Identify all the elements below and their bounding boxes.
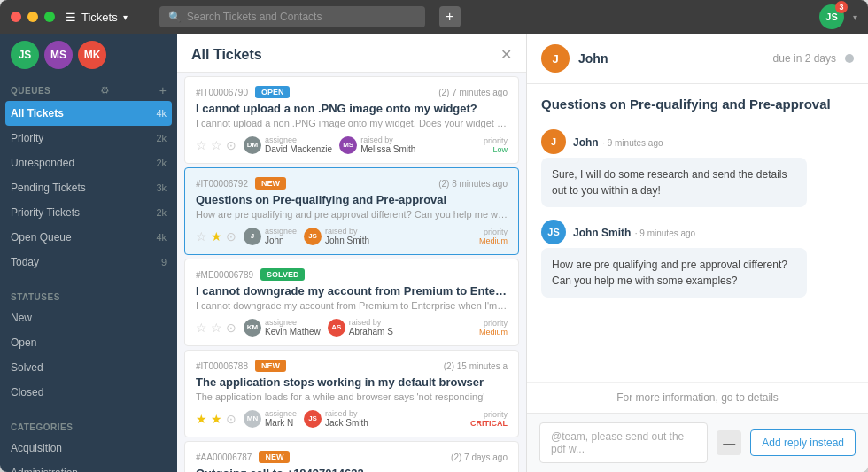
assignee-name: Mark N	[265, 418, 297, 428]
raised-group: JS raised by John Smith	[304, 227, 369, 245]
category-acquisition[interactable]: Acquisition	[0, 436, 177, 460]
ticket-meta: ☆ ☆ ⊙ DM assignee David Mackenzie	[196, 135, 508, 154]
priority-label: Priority	[11, 132, 43, 144]
priority-value: Medium	[479, 328, 508, 337]
user-avatar[interactable]: JS 3	[819, 4, 844, 29]
priority-group: priority Low	[484, 136, 508, 154]
more-icon[interactable]: ⊙	[226, 229, 236, 244]
detail-header: J John due in 2 days	[527, 34, 868, 84]
sidebar-item-new[interactable]: New	[0, 306, 177, 330]
category-administration[interactable]: Administration	[0, 460, 177, 472]
table-row[interactable]: #AA00006787 NEW (2) 7 days ago Outgoing …	[184, 441, 519, 472]
ticket-list-header: All Tickets ✕	[177, 34, 526, 73]
chat-message-meta: J John · 9 minutes ago	[541, 129, 854, 154]
ticket-time: (2) 15 minutes a	[444, 361, 508, 371]
table-row[interactable]: #ME00006789 SOLVED I cannot downgrade my…	[184, 259, 519, 346]
search-bar[interactable]: 🔍	[159, 6, 425, 27]
sidebar-item-today[interactable]: Today 9	[0, 250, 177, 275]
star-icon[interactable]: ☆	[196, 321, 207, 335]
assignee-info: assignee Kevin Mathew	[265, 318, 321, 337]
star-icon[interactable]: ☆	[196, 229, 207, 244]
assignee-info: assignee David Mackenzie	[265, 135, 332, 154]
ticket-item-top: #IT00006792 NEW (2) 8 minutes ago	[196, 177, 508, 190]
sidebar-item-unresponded[interactable]: Unresponded 2k	[0, 151, 177, 175]
assignee-info: assignee John	[265, 227, 297, 245]
chat-sender-info: John Smith · 9 minutes ago	[573, 224, 695, 240]
queues-settings-icon[interactable]: ⚙	[100, 84, 110, 97]
ticket-id: #AA00006787	[196, 453, 252, 462]
ticket-preview: How are pre qualifying and pre approval …	[196, 209, 508, 220]
sidebar-item-all-tickets[interactable]: All Tickets 4k	[5, 101, 172, 126]
ticket-title: The application stops working in my defa…	[196, 375, 508, 389]
avatar-mk: MK	[78, 41, 106, 69]
assignee-label: assignee	[265, 318, 321, 327]
ticket-status-badge: SOLVED	[260, 268, 305, 281]
sidebar-users: JS MS MK	[0, 34, 177, 76]
priority-group: priority Medium	[479, 319, 508, 337]
sidebar-item-priority[interactable]: Priority 2k	[0, 126, 177, 151]
more-icon[interactable]: ⊙	[226, 138, 236, 152]
add-reply-button[interactable]: Add reply instead	[750, 429, 856, 456]
table-row[interactable]: #IT00006790 OPEN (2) 7 minutes ago I can…	[184, 76, 519, 164]
chat-message: JS John Smith · 9 minutes ago How are pr…	[541, 220, 854, 298]
goto-details-text[interactable]: For more information, go to details	[616, 391, 779, 404]
raised-avatar: JS	[304, 410, 322, 428]
star-icon[interactable]: ★	[196, 412, 207, 426]
raised-group: AS raised by Abraham S	[328, 318, 393, 337]
minimize-button[interactable]	[27, 12, 38, 22]
avatar-js: JS	[11, 41, 39, 69]
categories-label: CATEGORIES	[11, 422, 73, 432]
raised-name: Melissa Smith	[360, 144, 415, 154]
bookmark-icon[interactable]: ☆	[211, 138, 222, 152]
ticket-item-top: #IT00006788 NEW (2) 15 minutes a	[196, 360, 508, 372]
pending-label: Pending Tickets	[11, 182, 86, 194]
chat-message-meta: JS John Smith · 9 minutes ago	[541, 220, 854, 244]
raised-avatar: AS	[328, 319, 345, 337]
chevron-down-icon[interactable]: ▾	[853, 12, 857, 22]
unresponded-label: Unresponded	[11, 157, 74, 169]
close-button[interactable]	[11, 12, 21, 22]
ticket-preview: The application loads for a while and br…	[196, 391, 508, 402]
sidebar-item-open[interactable]: Open	[0, 330, 177, 355]
table-row[interactable]: #IT00006788 NEW (2) 15 minutes a The app…	[184, 350, 519, 437]
add-ticket-button[interactable]: +	[439, 6, 461, 27]
ticket-time: (2) 8 minutes ago	[438, 179, 508, 189]
more-icon[interactable]: ⊙	[226, 412, 236, 426]
all-tickets-count: 4k	[156, 108, 167, 119]
bookmark-icon[interactable]: ★	[211, 412, 222, 426]
search-input[interactable]	[187, 11, 416, 23]
today-count: 9	[161, 257, 167, 267]
detail-panel: J John due in 2 days Questions on Pre-qu…	[527, 34, 868, 472]
priority-label: priority	[479, 228, 508, 236]
sidebar-item-solved[interactable]: Solved	[0, 355, 177, 380]
raised-name: John Smith	[325, 236, 369, 245]
dropdown-icon[interactable]: ▾	[123, 12, 128, 22]
ticket-meta: ☆ ☆ ⊙ KM assignee Kevin Mathew	[196, 318, 508, 337]
chat-sender-name: John	[573, 136, 599, 149]
today-label: Today	[11, 256, 39, 268]
more-icon[interactable]: ⊙	[226, 321, 236, 335]
all-tickets-label: All Tickets	[11, 107, 64, 120]
tickets-icon: ☰	[66, 11, 76, 24]
star-icon[interactable]: ☆	[196, 138, 207, 152]
assignee-avatar: DM	[244, 136, 261, 154]
raised-info: raised by John Smith	[325, 227, 369, 245]
status-dot	[845, 54, 854, 63]
assignee-label: assignee	[265, 135, 332, 144]
reply-input[interactable]: @team, please send out the pdf w...	[539, 422, 708, 463]
maximize-button[interactable]	[44, 12, 55, 22]
bookmark-icon[interactable]: ☆	[211, 321, 222, 335]
table-row[interactable]: #IT00006792 NEW (2) 8 minutes ago Questi…	[184, 167, 519, 255]
ticket-item-top: #AA00006787 NEW (2) 7 days ago	[196, 451, 508, 463]
sidebar-item-open-queue[interactable]: Open Queue 4k	[0, 225, 177, 250]
ticket-list-title: All Tickets	[191, 47, 262, 63]
sidebar-item-closed[interactable]: Closed	[0, 380, 177, 405]
assignee-group: DM assignee David Mackenzie	[244, 135, 332, 154]
queues-add-icon[interactable]: +	[159, 83, 167, 97]
bookmark-icon[interactable]: ★	[211, 229, 222, 244]
close-ticket-list-button[interactable]: ✕	[500, 46, 512, 63]
sidebar-item-pending[interactable]: Pending Tickets 3k	[0, 175, 177, 200]
raised-name: Abraham S	[349, 327, 393, 337]
sidebar-item-priority-tickets[interactable]: Priority Tickets 2k	[0, 200, 177, 225]
minimize-reply-button[interactable]: —	[717, 430, 741, 455]
